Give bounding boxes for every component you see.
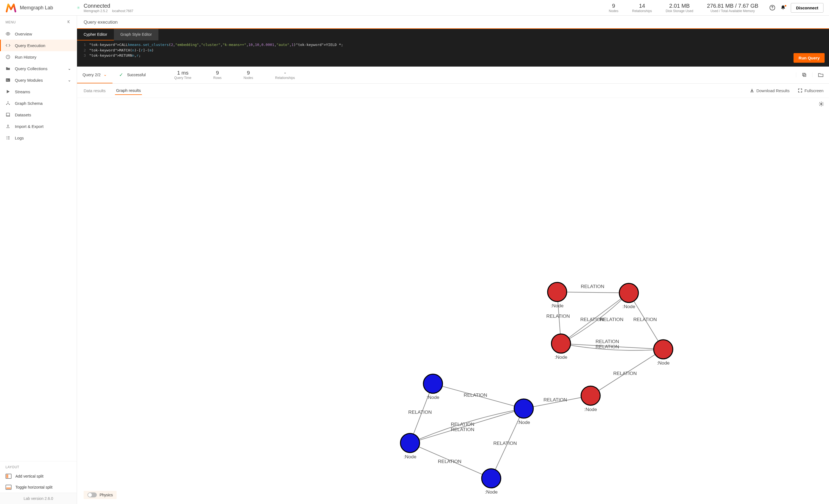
- chevron-down-icon: ⌄: [103, 72, 107, 77]
- edge-label: RELATION: [613, 370, 637, 376]
- stat-disk-value: 2.01 MB: [665, 3, 693, 9]
- svg-point-13: [821, 103, 822, 105]
- edge-label: RELATION: [464, 392, 488, 398]
- tab-graph-results[interactable]: Graph results: [115, 86, 142, 95]
- fullscreen-icon: [798, 88, 802, 93]
- sidebar-item-label: Query Execution: [15, 43, 45, 48]
- menu-label: MENU: [5, 21, 16, 24]
- copy-icon: [802, 72, 807, 77]
- terminal-icon: [5, 78, 10, 82]
- toggle-switch-icon: [87, 493, 97, 497]
- notifications-button[interactable]: [780, 5, 786, 10]
- svg-rect-11: [803, 74, 806, 76]
- open-folder-button[interactable]: [812, 72, 829, 77]
- graph-node[interactable]: [514, 399, 533, 418]
- connection-status-block: Connected Memgraph 2.5.2 localhost:7687: [77, 3, 133, 13]
- graph-node[interactable]: [619, 283, 638, 302]
- collapse-icon: [67, 20, 71, 24]
- edge-label: RELATION: [546, 313, 570, 319]
- folder-icon: [5, 66, 10, 71]
- sidebar-item-overview[interactable]: Overview: [0, 28, 77, 40]
- sidebar: MENU OverviewQuery ExecutionRun HistoryQ…: [0, 16, 77, 504]
- horizontal-split-icon: [5, 484, 11, 490]
- sidebar-item-run-history[interactable]: Run History: [0, 51, 77, 63]
- success-check-icon: ✓: [119, 72, 123, 78]
- download-icon: [5, 124, 10, 129]
- physics-label: Physics: [100, 493, 113, 497]
- fullscreen-button[interactable]: Fullscreen: [798, 88, 824, 93]
- sidebar-item-streams[interactable]: Streams: [0, 86, 77, 97]
- sidebar-item-import-export[interactable]: Import & Export: [0, 120, 77, 132]
- vertical-split-icon: [5, 473, 11, 479]
- notification-dot-icon: [785, 5, 786, 7]
- chevron-down-icon: ⌄: [68, 78, 71, 82]
- eye-icon: [5, 31, 10, 36]
- layout-horizontal-split[interactable]: Toggle horizontal split: [0, 482, 77, 493]
- node-label: :Node: [657, 360, 670, 366]
- sidebar-item-query-execution[interactable]: Query Execution: [0, 40, 77, 51]
- memgraph-logo-icon: [5, 2, 16, 13]
- app-name: Memgraph Lab: [20, 5, 53, 11]
- sidebar-item-label: Streams: [15, 89, 30, 94]
- edge-label: RELATION: [596, 344, 619, 349]
- svg-point-4: [8, 101, 8, 102]
- svg-rect-3: [6, 78, 10, 82]
- sidebar-item-logs[interactable]: Logs: [0, 132, 77, 144]
- edge-label: RELATION: [408, 409, 432, 415]
- graph-canvas[interactable]: RELATIONRELATIONRELATIONRELATIONRELATION…: [77, 98, 829, 504]
- graph-node[interactable]: [551, 334, 571, 353]
- query-selector[interactable]: Query 2/2 ⌄: [77, 67, 112, 83]
- sidebar-item-label: Datasets: [15, 112, 31, 117]
- edge-label: RELATION: [494, 440, 517, 446]
- sidebar-item-graph-schema[interactable]: Graph Schema: [0, 97, 77, 109]
- layout-item-label: Add vertical split: [15, 474, 43, 478]
- sidebar-item-datasets[interactable]: Datasets: [0, 109, 77, 120]
- graph-node[interactable]: [581, 386, 600, 405]
- sidebar-item-label: Import & Export: [15, 124, 43, 129]
- layout-vertical-split[interactable]: Add vertical split: [0, 471, 77, 482]
- svg-point-1: [7, 33, 9, 35]
- sidebar-item-query-modules[interactable]: Query Modules⌄: [0, 74, 77, 86]
- edge-label: RELATION: [600, 317, 623, 322]
- layout-label: LAYOUT: [0, 461, 77, 471]
- cypher-editor[interactable]: 1"tok-keyword">CALL kmeans.set_clusters(…: [77, 40, 829, 67]
- metric-time-label: Query Time: [174, 76, 191, 80]
- layout-item-label: Toggle horizontal split: [15, 485, 52, 490]
- sidebar-item-label: Query Collections: [15, 66, 47, 71]
- stat-rels-value: 14: [632, 3, 652, 9]
- copy-button[interactable]: [796, 72, 812, 77]
- svg-rect-8: [6, 475, 8, 478]
- help-button[interactable]: [769, 5, 776, 11]
- graph-node[interactable]: [423, 374, 442, 393]
- stat-nodes-value: 9: [609, 3, 619, 9]
- lab-version: Lab version 2.6.0: [0, 493, 77, 504]
- edge-label: RELATION: [596, 339, 619, 344]
- sidebar-item-label: Logs: [15, 136, 24, 140]
- tab-graph-style-editor[interactable]: Graph Style Editor: [114, 29, 158, 40]
- graph-node[interactable]: [548, 282, 567, 301]
- download-results-button[interactable]: Download Results: [750, 88, 790, 93]
- db-version: Memgraph 2.5.2: [84, 9, 108, 13]
- metric-time-value: 1 ms: [174, 70, 191, 76]
- edge-label: RELATION: [543, 397, 567, 402]
- graph-edge[interactable]: [557, 292, 629, 293]
- graph-node[interactable]: [654, 339, 673, 358]
- collapse-sidebar-button[interactable]: [67, 20, 71, 25]
- edge-label: RELATION: [438, 459, 462, 464]
- graph-node[interactable]: [400, 433, 420, 452]
- tab-cypher-editor[interactable]: Cypher Editor: [77, 29, 114, 40]
- node-label: :Node: [551, 302, 564, 308]
- graph-settings-button[interactable]: [819, 101, 824, 108]
- status-dot-icon: [77, 6, 80, 9]
- tab-data-results[interactable]: Data results: [82, 87, 107, 95]
- physics-toggle[interactable]: Physics: [84, 491, 117, 499]
- disconnect-button[interactable]: Disconnect: [791, 3, 824, 13]
- logo-block: Memgraph Lab: [5, 2, 74, 13]
- stat-nodes-label: Nodes: [609, 9, 619, 13]
- sidebar-item-query-collections[interactable]: Query Collections⌄: [0, 63, 77, 74]
- db-host: localhost:7687: [112, 9, 133, 13]
- graph-node[interactable]: [481, 469, 501, 488]
- metric-rels-label: Relationships: [275, 76, 295, 80]
- run-query-button[interactable]: Run Query: [794, 53, 825, 63]
- help-icon: [769, 5, 776, 11]
